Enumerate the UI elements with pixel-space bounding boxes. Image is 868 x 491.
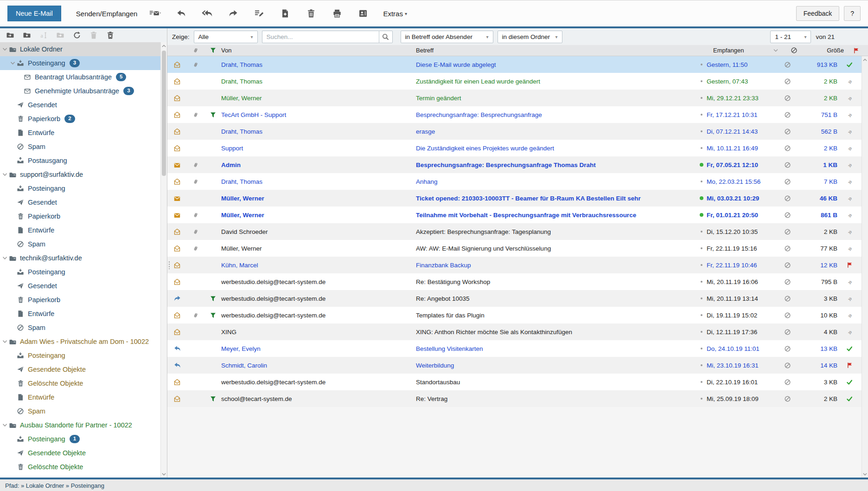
von-column-header[interactable]: Von — [221, 47, 416, 54]
no-flag-icon[interactable]: » — [846, 111, 854, 118]
sidebar-item-papierkorb[interactable]: Papierkorb2 — [0, 112, 160, 126]
done-check-icon[interactable] — [846, 395, 853, 402]
blocked-icon[interactable] — [784, 145, 791, 152]
show-filter-select[interactable]: Alle ▾ — [194, 31, 258, 43]
reply-icon[interactable] — [175, 7, 187, 19]
blocked-icon[interactable] — [784, 362, 791, 369]
sidebar-item-posteingang[interactable]: Posteingang1 — [0, 432, 160, 446]
sidebar-item-gesendet[interactable]: Gesendet — [0, 279, 160, 293]
no-flag-icon[interactable]: » — [846, 144, 854, 152]
sidebar-item-beantragt-urlaubsanträge[interactable]: Beantragt Urlaubsanträge5 — [0, 70, 160, 84]
print-icon[interactable] — [331, 7, 343, 19]
empty-trash-icon[interactable] — [106, 31, 115, 40]
blocked-icon[interactable] — [784, 212, 791, 219]
expand-chevron-icon[interactable] — [2, 340, 7, 343]
betreff-column-header[interactable]: Betreff — [416, 47, 703, 54]
mail-row[interactable]: werbestudio.delsig@tecart-system.deRe: B… — [167, 273, 862, 290]
blocked-icon[interactable] — [784, 47, 804, 54]
sidebar-item-posteingang[interactable]: Posteingang — [0, 265, 160, 279]
mail-row[interactable]: werbestudio.delsig@tecart-system.deStand… — [167, 374, 862, 390]
blocked-icon[interactable] — [784, 178, 791, 185]
no-flag-icon[interactable]: » — [846, 161, 854, 168]
mail-row[interactable]: Draht, ThomasAnhangMo, 22.03.21 15:567 K… — [167, 173, 862, 190]
new-document-icon[interactable] — [279, 7, 291, 19]
mail-row[interactable]: school@tecart-system.deRe: VertragMi, 25… — [167, 390, 862, 407]
blocked-icon[interactable] — [784, 61, 791, 68]
edit-icon[interactable] — [253, 7, 265, 19]
paperclip-icon[interactable] — [187, 47, 204, 54]
scroll-up-icon[interactable] — [862, 56, 868, 63]
sidebar-item-entwürfe[interactable]: Entwürfe — [0, 223, 160, 237]
sidebar-item-gesendet[interactable]: Gesendet — [0, 98, 160, 112]
blocked-icon[interactable] — [784, 295, 791, 302]
feedback-button[interactable]: Feedback — [796, 6, 839, 21]
blocked-icon[interactable] — [784, 278, 791, 285]
expand-chevron-icon[interactable] — [10, 61, 15, 65]
blocked-icon[interactable] — [784, 262, 791, 269]
help-button[interactable]: ? — [844, 6, 861, 21]
sidebar-item-posteingang[interactable]: Posteingang — [0, 181, 160, 195]
no-flag-icon[interactable]: » — [846, 128, 854, 135]
funnel-icon[interactable] — [204, 47, 221, 53]
sidebar-item-ausbau-standorte-für-partner-10022[interactable]: Ausbau Standorte für Partner - 10022 — [0, 418, 160, 432]
blocked-icon[interactable] — [784, 95, 791, 102]
sidebar-item-gelöschte-objekte[interactable]: Gelöschte Objekte — [0, 376, 160, 390]
mark-mail-menu-icon[interactable] — [149, 7, 161, 19]
mail-row[interactable]: Müller, WernerTicket opened: 210303-1000… — [167, 190, 862, 207]
mail-row[interactable]: Draht, ThomasZuständigkeit für einen Lea… — [167, 73, 862, 90]
scroll-up-icon[interactable] — [161, 42, 167, 49]
extras-menu[interactable]: Extras ▾ — [383, 10, 407, 18]
list-scrollbar[interactable] — [862, 56, 868, 478]
blocked-icon[interactable] — [784, 329, 791, 336]
sidebar-item-entwürfe[interactable]: Entwürfe — [0, 390, 160, 404]
blocked-icon[interactable] — [784, 245, 791, 252]
blocked-icon[interactable] — [784, 111, 791, 118]
sidebar-item-entwürfe[interactable]: Entwürfe — [0, 474, 160, 478]
done-check-icon[interactable] — [846, 379, 853, 386]
sidebar-item-entwürfe[interactable]: Entwürfe — [0, 126, 160, 140]
expand-chevron-icon[interactable] — [2, 256, 7, 260]
sidebar-item-spam[interactable]: Spam — [0, 237, 160, 251]
mail-row[interactable]: Meyer, EvelynBestellung VisitenkartenDo,… — [167, 340, 862, 357]
sidebar-item-papierkorb[interactable]: Papierkorb — [0, 293, 160, 307]
sidebar-item-posteingang[interactable]: Posteingang — [0, 349, 160, 362]
mail-row[interactable]: Draht, ThomasDiese E-Mail wurde abgelegt… — [167, 56, 862, 73]
reply-all-icon[interactable] — [201, 7, 213, 19]
blocked-icon[interactable] — [784, 195, 791, 202]
mail-row[interactable]: Müller, WernerTermin geändertMi, 29.12.2… — [167, 90, 862, 106]
search-input[interactable] — [262, 31, 379, 43]
no-flag-icon[interactable]: » — [846, 295, 854, 302]
blocked-icon[interactable] — [784, 395, 791, 402]
blocked-icon[interactable] — [784, 78, 791, 85]
expand-chevron-icon[interactable] — [2, 173, 7, 176]
sidebar-item-spam[interactable]: Spam — [0, 404, 160, 418]
contacts-icon[interactable] — [357, 7, 369, 19]
drag-handle[interactable] — [168, 261, 170, 269]
blocked-icon[interactable] — [784, 312, 791, 319]
sidebar-item-gesendete-objekte[interactable]: Gesendete Objekte — [0, 446, 160, 460]
expand-chevron-icon[interactable] — [2, 423, 7, 427]
no-flag-icon[interactable]: » — [846, 211, 854, 219]
no-flag-icon[interactable]: » — [846, 228, 854, 235]
send-receive-button[interactable]: Senden/Empfangen — [74, 7, 140, 20]
folder-add-icon[interactable] — [22, 31, 32, 40]
mail-row[interactable]: Schmidt, CarolinWeiterbildungMi, 23.10.1… — [167, 357, 862, 374]
folder-move-icon[interactable] — [56, 31, 65, 40]
done-check-icon[interactable] — [846, 61, 853, 68]
expand-chevron-icon[interactable] — [2, 47, 7, 51]
sidebar-item-lokale-ordner[interactable]: Lokale Ordner — [0, 42, 160, 56]
sidebar-item-technik@surfaktiv.de[interactable]: technik@surfaktiv.de — [0, 251, 160, 265]
search-field-select[interactable]: in Betreff oder Absender ▾ — [401, 31, 493, 43]
no-flag-icon[interactable]: » — [846, 245, 854, 252]
sidebar-item-gesendet[interactable]: Gesendet — [0, 195, 160, 209]
no-flag-icon[interactable]: » — [846, 311, 854, 319]
sidebar-item-postausgang[interactable]: Postausgang — [0, 154, 160, 168]
sidebar-item-gesendete-objekte[interactable]: Gesendete Objekte — [0, 362, 160, 376]
done-check-icon[interactable] — [846, 345, 853, 352]
mail-row[interactable]: XINGXING: Anthon Richter möchte Sie als … — [167, 323, 862, 340]
mail-row[interactable]: werbestudio.delsig@tecart-system.deRe: A… — [167, 290, 862, 307]
sidebar-item-spam[interactable]: Spam — [0, 140, 160, 154]
no-flag-icon[interactable]: » — [846, 78, 854, 85]
red-flag-icon[interactable] — [844, 47, 868, 54]
mail-row[interactable]: Kühn, MarcelFinanzbank BackupFr, 22.11.1… — [167, 257, 862, 273]
